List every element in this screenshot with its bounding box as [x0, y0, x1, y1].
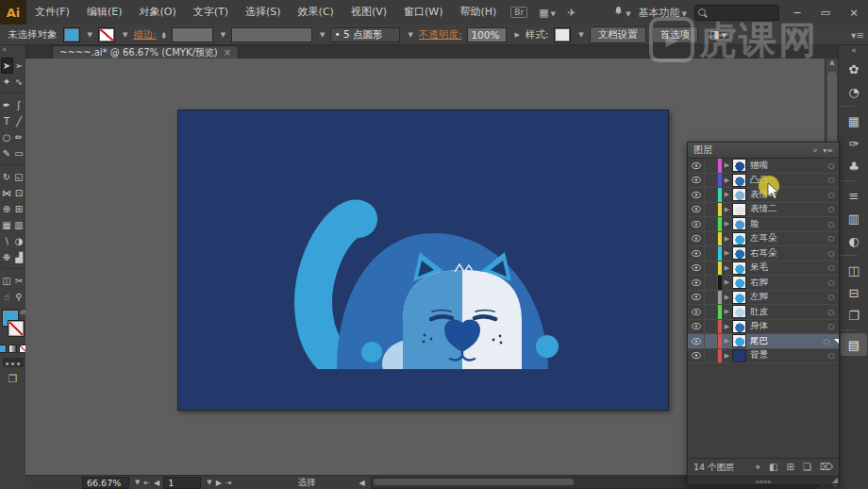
pathfinder-panel-icon[interactable]: ◫: [841, 259, 867, 281]
mesh-tool[interactable]: ▦: [1, 217, 13, 233]
width-profile-dropdown[interactable]: [231, 27, 312, 42]
layer-name[interactable]: 表情二: [750, 203, 824, 215]
stroke-panel-icon[interactable]: ≡: [841, 184, 867, 207]
opacity-label[interactable]: 不透明度:: [419, 28, 462, 42]
expand-arrow-icon[interactable]: ▶: [722, 177, 732, 184]
workspace-switcher[interactable]: 基本功能▼: [639, 6, 687, 20]
layer-thumbnail[interactable]: [732, 174, 746, 187]
lock-cell[interactable]: [705, 349, 718, 363]
target-circle-icon[interactable]: ○: [824, 191, 839, 199]
screen-mode-icon[interactable]: ❐: [8, 373, 18, 385]
new-sublayer-icon[interactable]: ⊞: [787, 462, 794, 473]
opacity-value-field[interactable]: 100%: [467, 27, 507, 42]
artboard[interactable]: [177, 110, 669, 411]
notifications-bell-icon[interactable]: ▼: [613, 6, 630, 19]
direct-selection-tool[interactable]: ➢: [13, 58, 25, 74]
gradient-tool[interactable]: ▥: [13, 217, 25, 233]
target-circle-icon[interactable]: ○: [824, 176, 839, 184]
width-tool[interactable]: ⋈: [1, 185, 13, 201]
expand-arrow-icon[interactable]: ▶: [722, 249, 732, 257]
target-circle-icon[interactable]: ○: [824, 351, 839, 360]
gradient-panel-icon[interactable]: ▥: [841, 207, 867, 229]
expand-arrow-icon[interactable]: ▶: [722, 323, 732, 330]
layer-row[interactable]: ▶ 身体 ○: [688, 320, 839, 335]
target-circle-icon[interactable]: ○: [824, 322, 839, 330]
artboard-number-field[interactable]: 1: [163, 477, 201, 489]
layer-name[interactable]: 凸凸: [750, 174, 824, 186]
layer-name[interactable]: 背景: [750, 349, 824, 362]
menu-item[interactable]: 文件(F): [26, 0, 78, 25]
brushes-panel-icon[interactable]: ✑: [841, 132, 867, 155]
layer-row[interactable]: ▶ 右脚 ○: [688, 276, 839, 291]
expand-arrow-icon[interactable]: ▶: [722, 191, 732, 198]
magic-wand-tool[interactable]: ✦: [1, 74, 13, 90]
gradient-mode-button[interactable]: [8, 345, 17, 353]
curvature-tool[interactable]: ʃ: [13, 97, 25, 113]
stroke-indicator[interactable]: [8, 321, 24, 336]
transform-panel-icon[interactable]: ❐: [841, 304, 867, 327]
expand-arrow-icon[interactable]: ▶: [722, 235, 732, 243]
target-circle-icon[interactable]: ○: [824, 234, 839, 243]
menu-item[interactable]: 视图(V): [342, 0, 395, 25]
lock-cell[interactable]: [705, 261, 718, 276]
color-mode-button[interactable]: [0, 345, 7, 353]
scale-tool[interactable]: ◱: [13, 169, 25, 185]
expand-arrow-icon[interactable]: ▶: [722, 308, 732, 315]
ellipse-tool[interactable]: ○: [1, 129, 13, 145]
color-guide-panel-icon[interactable]: ◔: [841, 80, 867, 103]
layer-thumbnail[interactable]: [732, 246, 746, 260]
zoom-tool[interactable]: ⚲: [13, 289, 25, 305]
cat-right-paw[interactable]: [536, 335, 559, 358]
hand-tool[interactable]: ☝: [1, 289, 13, 305]
lock-cell[interactable]: [705, 159, 718, 173]
lock-cell[interactable]: [705, 203, 718, 217]
transparency-panel-icon[interactable]: ◐: [841, 229, 867, 252]
artboard-tool[interactable]: ◫: [1, 273, 13, 289]
bridge-icon[interactable]: Br: [510, 7, 527, 18]
visibility-eye-icon[interactable]: [688, 305, 705, 319]
shape-builder-tool[interactable]: ⊕: [1, 201, 13, 217]
style-swatch[interactable]: [554, 27, 571, 42]
cat-left-paw[interactable]: [361, 342, 382, 363]
menu-item[interactable]: 选择(S): [237, 0, 290, 25]
layer-name[interactable]: 猫嘴: [750, 160, 824, 172]
target-circle-icon[interactable]: ○: [824, 308, 839, 316]
line-segment-tool[interactable]: ╱: [13, 113, 25, 129]
expand-arrow-icon[interactable]: ▶: [722, 206, 732, 213]
layer-row[interactable]: ▶ 猫嘴 ○: [688, 159, 839, 174]
maximize-button[interactable]: ▭: [815, 7, 836, 19]
menu-item[interactable]: 帮助(H): [451, 0, 505, 25]
menu-item[interactable]: 对象(O): [130, 0, 184, 25]
visibility-eye-icon[interactable]: [688, 217, 705, 231]
layer-name[interactable]: 尾巴: [750, 335, 819, 347]
layer-row[interactable]: ▶ 凸凸 ○: [688, 174, 839, 189]
layer-name[interactable]: 呆毛: [750, 261, 824, 274]
visibility-eye-icon[interactable]: [688, 246, 705, 261]
target-circle-icon[interactable]: ○: [824, 293, 839, 301]
slice-tool[interactable]: ✂: [13, 273, 25, 289]
layer-thumbnail[interactable]: [732, 232, 746, 245]
free-transform-tool[interactable]: ⊡: [13, 185, 25, 201]
visibility-eye-icon[interactable]: [688, 159, 705, 173]
expand-arrow-icon[interactable]: ▶: [722, 352, 732, 360]
layer-name[interactable]: 脸: [750, 218, 824, 230]
visibility-eye-icon[interactable]: [688, 232, 705, 246]
lock-cell[interactable]: [705, 276, 718, 290]
delete-layer-icon[interactable]: ⌦: [820, 462, 833, 473]
layer-name[interactable]: 右耳朵: [750, 247, 824, 260]
zoom-level-field[interactable]: 66.67%: [82, 477, 129, 489]
menu-item[interactable]: 窗口(W): [395, 0, 451, 25]
document-setup-button[interactable]: 文档设置: [590, 26, 646, 43]
symbols-panel-icon[interactable]: ♣: [841, 155, 867, 177]
layer-name[interactable]: 左脚: [750, 291, 824, 303]
eraser-tool[interactable]: ▭: [13, 145, 25, 161]
rotate-tool[interactable]: ↻: [1, 169, 13, 185]
lock-cell[interactable]: [705, 188, 718, 202]
expand-arrow-icon[interactable]: ▶: [722, 337, 732, 345]
layer-row[interactable]: ▶ 脸 ○: [688, 217, 839, 232]
layer-thumbnail[interactable]: [732, 305, 746, 318]
layer-name[interactable]: 身体: [750, 320, 824, 332]
layer-thumbnail[interactable]: [732, 276, 746, 289]
first-artboard-button[interactable]: ⇤: [143, 479, 150, 487]
target-circle-icon[interactable]: ○: [824, 220, 839, 228]
